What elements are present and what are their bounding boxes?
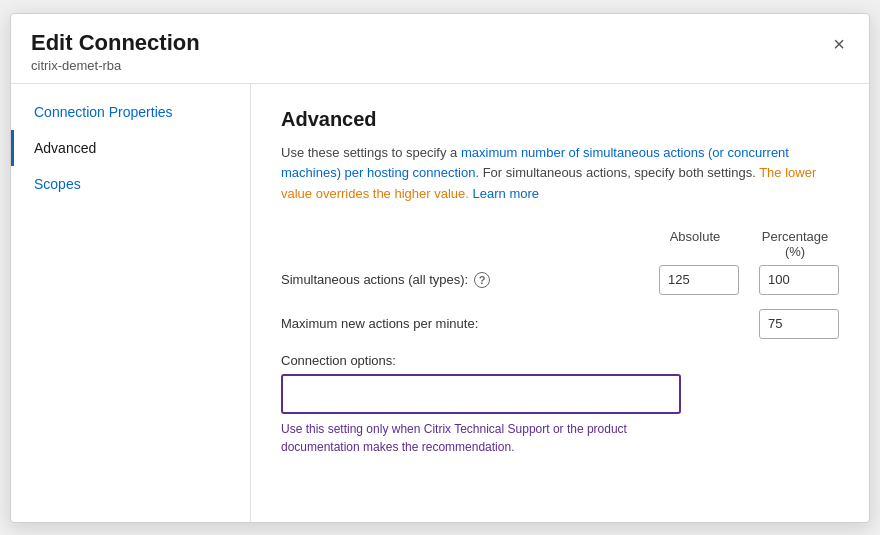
description-text: Use these settings to specify a maximum … <box>281 145 816 202</box>
simultaneous-percentage-input[interactable] <box>759 265 839 295</box>
connection-options-section: Connection options: Use this setting onl… <box>281 353 839 456</box>
content-area: Advanced Use these settings to specify a… <box>251 84 869 522</box>
col-header-percentage: Percentage (%) <box>755 229 835 259</box>
description: Use these settings to specify a maximum … <box>281 143 839 205</box>
simultaneous-absolute-input[interactable] <box>659 265 739 295</box>
max-new-actions-row: Maximum new actions per minute: <box>281 309 839 339</box>
sidebar-item-advanced[interactable]: Advanced <box>11 130 250 166</box>
column-headers: Absolute Percentage (%) <box>281 229 839 259</box>
sidebar: Connection Properties Advanced Scopes <box>11 84 251 522</box>
warning-text: Use this setting only when Citrix Techni… <box>281 420 681 456</box>
learn-more-link[interactable]: Learn more <box>473 186 539 201</box>
simultaneous-actions-inputs <box>659 265 839 295</box>
simultaneous-actions-label: Simultaneous actions (all types): ? <box>281 272 659 288</box>
max-new-actions-input[interactable] <box>759 309 839 339</box>
connection-options-label: Connection options: <box>281 353 839 368</box>
title-group: Edit Connection citrix-demet-rba <box>31 30 200 73</box>
modal-subtitle: citrix-demet-rba <box>31 58 200 73</box>
modal-header: Edit Connection citrix-demet-rba × <box>11 14 869 84</box>
content-title: Advanced <box>281 108 839 131</box>
col-header-absolute: Absolute <box>655 229 735 259</box>
modal-title: Edit Connection <box>31 30 200 56</box>
max-new-actions-label: Maximum new actions per minute: <box>281 316 759 331</box>
edit-connection-modal: Edit Connection citrix-demet-rba × Conne… <box>10 13 870 523</box>
help-icon[interactable]: ? <box>474 272 490 288</box>
sidebar-item-scopes[interactable]: Scopes <box>11 166 250 202</box>
sidebar-item-connection-properties[interactable]: Connection Properties <box>11 94 250 130</box>
connection-options-input[interactable] <box>281 374 681 414</box>
close-button[interactable]: × <box>829 30 849 58</box>
max-new-actions-inputs <box>759 309 839 339</box>
modal-body: Connection Properties Advanced Scopes Ad… <box>11 84 869 522</box>
simultaneous-actions-row: Simultaneous actions (all types): ? <box>281 265 839 295</box>
